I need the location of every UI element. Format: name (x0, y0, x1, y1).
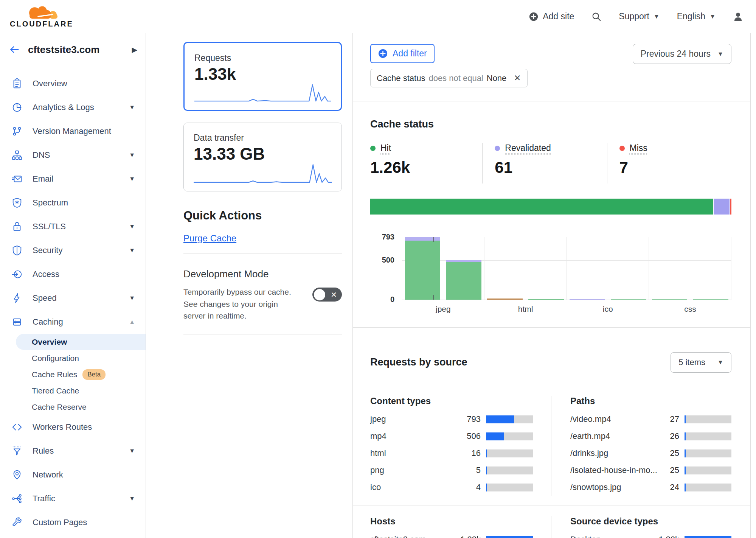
row-bar-fill (685, 466, 686, 474)
sidebar-item-label: Rules (33, 446, 129, 456)
cloudflare-logo[interactable]: CLOUDFLARE (10, 5, 73, 28)
data-transfer-card-value: 13.33 GB (194, 145, 332, 163)
sidebar-item-analytics-logs[interactable]: Analytics & Logs▼ (0, 95, 146, 119)
time-range-select[interactable]: Previous 24 hours ▼ (633, 44, 731, 64)
row-label: png (370, 465, 459, 475)
sidebar-subitem-configuration[interactable]: Configuration (32, 350, 146, 366)
table-row[interactable]: html16 (370, 445, 533, 462)
row-bar-fill (685, 449, 686, 457)
table-row[interactable]: mp4506 (370, 428, 533, 445)
account-menu[interactable] (733, 11, 743, 22)
pin-icon (11, 469, 23, 480)
sidebar-item-security[interactable]: Security▼ (0, 238, 146, 262)
sidebar-subitem-overview[interactable]: Overview (16, 334, 146, 350)
hit-label[interactable]: Hit (380, 143, 391, 153)
filter-value: None (487, 73, 507, 83)
sidebar-item-email[interactable]: Email▼ (0, 167, 146, 191)
row-value: 25 (657, 448, 679, 458)
table-row[interactable]: png5 (370, 462, 533, 479)
sidebar-item-traffic[interactable]: Traffic▼ (0, 487, 146, 510)
chevron-down-icon: ▼ (717, 359, 723, 366)
add-filter-button[interactable]: Add filter (370, 44, 435, 63)
row-bar-track (685, 415, 731, 423)
row-value: 16 (459, 448, 481, 458)
support-menu[interactable]: Support ▼ (619, 11, 659, 22)
lightning-icon (11, 292, 23, 304)
items-count-select[interactable]: 5 items ▼ (671, 352, 731, 373)
sidebar-item-network[interactable]: Network (0, 463, 146, 487)
requests-metric-card[interactable]: Requests 1.33k (183, 42, 342, 111)
remove-filter-icon[interactable]: ✕ (514, 73, 521, 83)
chevron-down-icon: ▼ (717, 51, 723, 58)
bar-mp4 (446, 260, 481, 300)
table-title: Hosts (370, 516, 533, 527)
divider (353, 327, 751, 328)
toggle-off-x-icon: ✕ (331, 290, 337, 299)
clipboard-icon (11, 78, 23, 89)
chevron-down-icon: ▼ (129, 223, 135, 230)
chevron-down-icon: ▼ (129, 176, 135, 182)
source-tables: Content typesjpeg793mp4506html16png5ico4… (370, 396, 731, 496)
sidebar-item-rules[interactable]: Rules▼ (0, 439, 146, 463)
revalidated-label[interactable]: Revalidated (505, 143, 551, 153)
table-row[interactable]: /isolated-house-in-mo...25 (570, 462, 731, 479)
row-bar-track (685, 432, 731, 440)
top-bar: CLOUDFLARE Add site Support ▼ English (0, 0, 756, 33)
row-label: html (370, 448, 459, 458)
sidebar-subitem-cache-reserve[interactable]: Cache Reserve (32, 399, 146, 415)
y-axis-tick-label: 0 (370, 295, 394, 304)
sidebar-subitem-cache-rules[interactable]: Cache RulesBeta (32, 366, 146, 383)
sidebar-item-version-management[interactable]: Version Management (0, 119, 146, 143)
sidebar-item-overview[interactable]: Overview (0, 72, 146, 95)
sidebar-item-caching[interactable]: Caching▲ (0, 310, 146, 334)
table-row[interactable]: /drinks.jpg25 (570, 445, 731, 462)
table-row[interactable]: cftestsite3.com1.33k (370, 531, 533, 538)
divider (183, 334, 342, 334)
sidebar-item-label: Access (33, 269, 135, 279)
sidebar-item-label: Overview (33, 79, 135, 89)
table-row[interactable]: ico4 (370, 479, 533, 496)
row-value: 25 (657, 465, 679, 475)
sidebar-item-speed[interactable]: Speed▼ (0, 286, 146, 310)
top-bar-actions: Add site Support ▼ English ▼ (529, 11, 743, 22)
requests-sparkline-chart (194, 84, 331, 102)
row-value: 4 (459, 482, 481, 492)
sidebar-item-label: Traffic (33, 494, 129, 504)
revalidated-legend-dot (495, 146, 500, 151)
sidebar-item-custom-pages[interactable]: Custom Pages (0, 510, 146, 534)
sidebar-nav: OverviewAnalytics & Logs▼Version Managem… (0, 66, 146, 534)
sidebar-subitem-tiered-cache[interactable]: Tiered Cache (32, 383, 146, 399)
sidebar-subitem-label: Tiered Cache (32, 386, 79, 395)
sidebar-item-ssl-tls[interactable]: SSL/TLS▼ (0, 215, 146, 238)
table-row[interactable]: Desktop1.33k (570, 531, 731, 538)
miss-label[interactable]: Miss (630, 143, 647, 153)
sidebar-item-dns[interactable]: DNS▼ (0, 143, 146, 167)
table-row[interactable]: /snowtops.jpg24 (570, 479, 731, 496)
back-arrow-icon[interactable] (8, 44, 20, 55)
beta-badge: Beta (82, 369, 106, 380)
x-axis-tick-label: css (649, 305, 731, 314)
sidebar-item-label: Caching (33, 317, 129, 327)
divider (183, 253, 342, 254)
row-label: ico (370, 482, 459, 492)
chevron-right-icon[interactable]: ▶ (132, 45, 137, 54)
table-row[interactable]: jpeg793 (370, 411, 533, 428)
search-button[interactable] (591, 12, 601, 22)
data-transfer-metric-card[interactable]: Data transfer 13.33 GB (183, 123, 342, 191)
cache-status-segment-hit (370, 199, 713, 215)
table-title: Paths (570, 396, 731, 406)
language-menu[interactable]: English ▼ (677, 11, 716, 22)
development-mode-toggle[interactable]: ✕ (312, 288, 342, 302)
add-filter-label: Add filter (393, 48, 427, 59)
table-row[interactable]: /earth.mp426 (570, 428, 731, 445)
row-label: /snowtops.jpg (570, 482, 657, 492)
table-row[interactable]: /video.mp427 (570, 411, 731, 428)
sidebar-item-label: Spectrum (33, 198, 135, 208)
purge-cache-link[interactable]: Purge Cache (183, 233, 236, 244)
cache-status-filter-chip[interactable]: Cache status does not equal None ✕ (370, 69, 528, 87)
sidebar: cftestsite3.com ▶ OverviewAnalytics & Lo… (0, 33, 146, 538)
sidebar-item-spectrum[interactable]: Spectrum (0, 191, 146, 215)
add-site-button[interactable]: Add site (529, 11, 574, 22)
sidebar-item-access[interactable]: Access (0, 262, 146, 286)
sidebar-item-workers-routes[interactable]: Workers Routes (0, 415, 146, 439)
